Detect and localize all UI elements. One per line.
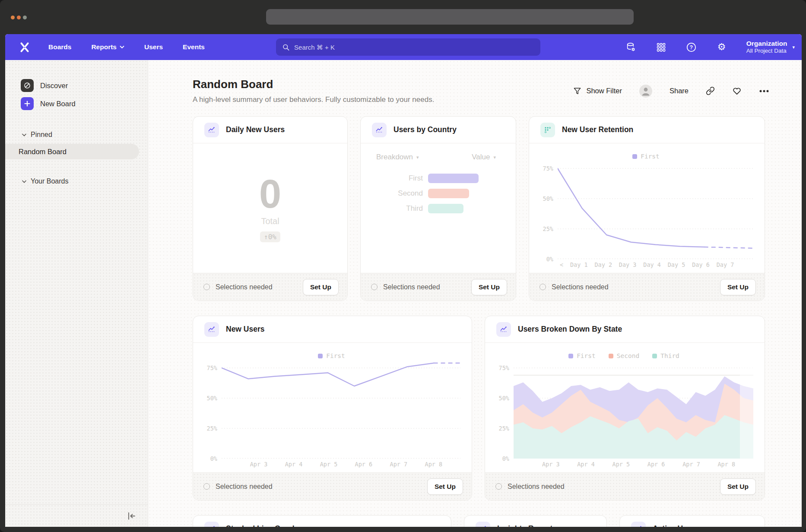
set-up-button[interactable]: Set Up: [720, 478, 756, 495]
collapse-sidebar-icon[interactable]: [126, 510, 137, 522]
nav-item-users-label: Users: [144, 43, 163, 51]
sidebar-item-new-board[interactable]: New Board: [5, 95, 148, 113]
card-header: New User Retention: [529, 117, 765, 143]
breakdown-dropdown[interactable]: Breakdown ▾: [376, 153, 419, 162]
page-title-block: Random Board A high-level summary of use…: [193, 78, 434, 104]
y-tick-label: 50%: [499, 395, 509, 402]
x-tick-label: <: [560, 261, 563, 268]
zoom-window-button[interactable]: [23, 16, 27, 19]
legend-swatch-icon: [609, 354, 613, 358]
line-chart-icon: [204, 123, 219, 137]
y-tick-label: 50%: [207, 395, 217, 402]
sidebar-item-discover-label: Discover: [40, 82, 68, 90]
apps-grid-icon[interactable]: [656, 41, 667, 53]
x-tick-label: Day 7: [717, 261, 734, 268]
set-up-button[interactable]: Set Up: [303, 279, 339, 295]
country-bar-label: First: [361, 174, 428, 183]
browser-titlebar: [0, 0, 806, 34]
app-body: Discover New Board Pinned Random Board: [5, 60, 802, 527]
legend-swatch-icon: [318, 354, 323, 358]
country-bar-row: Third: [361, 204, 516, 213]
x-tick-label: Apr 8: [425, 461, 443, 468]
app: Boards Reports Users Events: [5, 34, 802, 527]
close-window-button[interactable]: [11, 16, 15, 19]
sidebar-section-pinned[interactable]: Pinned: [5, 128, 148, 141]
card-footer: Selections needed Set Up: [193, 273, 347, 301]
data-management-icon[interactable]: [625, 41, 637, 53]
favorite-button[interactable]: [732, 86, 742, 96]
caret-down-icon: ▾: [792, 44, 795, 50]
line-chart-icon: [204, 522, 219, 527]
caret-down-icon: ▾: [416, 155, 419, 160]
search-input[interactable]: [294, 44, 534, 51]
line-chart-icon: [631, 522, 646, 527]
metric-delta-badge: ↑0%: [260, 231, 280, 242]
chart-legend: FirstSecondThird: [495, 350, 753, 362]
x-tick-label: Day 2: [594, 261, 612, 268]
metric-label: Total: [261, 216, 279, 226]
copy-link-button[interactable]: [706, 86, 715, 95]
y-tick-label: 75%: [207, 364, 217, 371]
legend-swatch-icon: [568, 354, 573, 358]
y-tick-label: 25%: [543, 225, 553, 232]
card-header: Users by Country: [361, 117, 516, 143]
search-box[interactable]: [276, 38, 540, 56]
x-axis: Apr 3Apr 4Apr 5Apr 6Apr 7Apr 8: [514, 459, 753, 470]
settings-gear-icon[interactable]: ⚙: [716, 41, 727, 53]
sidebar-item-random-board[interactable]: Random Board: [5, 144, 139, 159]
legend-item: First: [632, 153, 660, 160]
card-header: Daily New Users: [193, 117, 347, 143]
card-body: First 75%50%25%0% <Day 1Day 2Day 3Day 4D…: [529, 143, 765, 273]
sidebar-section-your-boards-label: Your Boards: [31, 177, 68, 185]
nav-item-boards-label: Boards: [48, 43, 71, 51]
org-scope: All Project Data: [746, 48, 787, 55]
y-axis: 75%50%25%0%: [203, 362, 222, 459]
y-axis: 75%50%25%0%: [539, 162, 558, 259]
avatar[interactable]: [639, 85, 652, 98]
more-options-button[interactable]: [759, 89, 769, 93]
card-row-2: New Users First 75%50%25%0%: [193, 316, 769, 500]
y-tick-label: 50%: [543, 195, 553, 202]
value-dropdown[interactable]: Value ▾: [472, 153, 496, 162]
sidebar-item-discover[interactable]: Discover: [5, 76, 148, 95]
minimize-window-button[interactable]: [17, 16, 21, 19]
card-title: Users by Country: [393, 125, 457, 134]
set-up-button[interactable]: Set Up: [427, 478, 463, 495]
sidebar: Discover New Board Pinned Random Board: [5, 60, 148, 527]
nav-item-reports[interactable]: Reports: [91, 43, 124, 51]
plot-area: [514, 362, 753, 459]
y-tick-label: 0%: [502, 455, 509, 462]
country-bar-row: First: [361, 174, 516, 183]
value-dropdown-label: Value: [472, 153, 490, 162]
gear-glyph: ⚙: [717, 42, 726, 52]
x-tick-label: Day 1: [570, 261, 588, 268]
nav-right-icons: ? ⚙ Organization All Project Data ▾: [625, 34, 795, 60]
address-bar[interactable]: [266, 9, 634, 25]
link-icon: [706, 86, 715, 95]
org-switcher[interactable]: Organization All Project Data ▾: [746, 39, 795, 55]
nav-item-users[interactable]: Users: [144, 43, 163, 51]
set-up-button[interactable]: Set Up: [471, 279, 507, 295]
x-tick-label: Apr 8: [717, 461, 735, 468]
help-icon[interactable]: ?: [686, 41, 697, 53]
sidebar-top: Discover New Board Pinned Random Board: [5, 60, 148, 188]
line-chart-icon: [372, 123, 387, 137]
card-insights-report: Insights Report: [464, 515, 607, 527]
share-button[interactable]: Share: [670, 87, 689, 95]
show-filter-label: Show Filter: [586, 87, 622, 95]
legend-item: First: [318, 352, 345, 359]
card-title: Daily New Users: [226, 125, 285, 134]
show-filter-button[interactable]: Show Filter: [573, 87, 622, 95]
nav-item-boards[interactable]: Boards: [48, 43, 71, 51]
x-tick-label: Apr 4: [285, 461, 303, 468]
plot-row: 75%50%25%0%: [539, 162, 753, 259]
sidebar-item-random-board-label: Random Board: [19, 148, 67, 156]
sidebar-section-your-boards[interactable]: Your Boards: [5, 175, 148, 188]
set-up-button[interactable]: Set Up: [720, 279, 756, 295]
card-footer: Selections needed Set Up: [193, 472, 472, 500]
mixpanel-logo-icon[interactable]: [18, 41, 31, 54]
x-tick-label: Apr 3: [250, 461, 268, 468]
country-bar-label: Second: [361, 189, 428, 198]
nav-item-events[interactable]: Events: [183, 43, 205, 51]
card-stacked-line-graph: Stacked Line Graph: [193, 515, 451, 527]
